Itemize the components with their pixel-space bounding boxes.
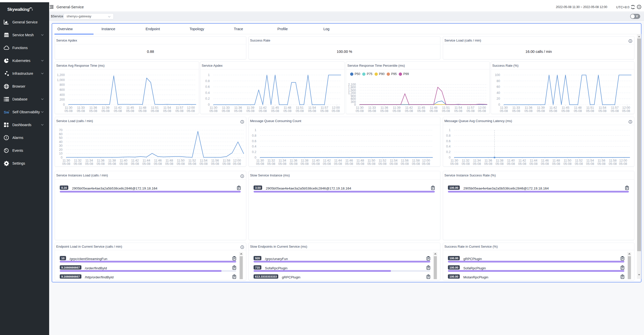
svg-text:05-08: 05-08: [537, 109, 545, 113]
svg-text:0.2: 0.2: [446, 150, 450, 154]
svg-text:05-08: 05-08: [379, 162, 387, 166]
svg-text:05-08: 05-08: [586, 162, 594, 166]
svg-text:12:00: 12:00: [332, 106, 340, 109]
svg-text:11:54: 11:54: [454, 106, 462, 109]
svg-text:11:46: 11:46: [154, 159, 162, 162]
svg-text:05-08: 05-08: [541, 162, 549, 166]
svg-text:11:51: 11:51: [586, 106, 594, 109]
svg-text:11:46: 11:46: [541, 159, 549, 162]
svg-text:11:42: 11:42: [114, 106, 121, 109]
svg-text:11:32: 11:32: [74, 159, 81, 162]
svg-text:11:38: 11:38: [496, 159, 503, 162]
svg-text:1: 1: [208, 73, 210, 77]
svg-text:05-08: 05-08: [188, 162, 196, 166]
svg-text:11:32: 11:32: [267, 159, 275, 162]
svg-text:0.4: 0.4: [205, 91, 210, 95]
svg-text:11:42: 11:42: [549, 106, 557, 109]
svg-text:11:40: 11:40: [507, 159, 515, 162]
svg-text:11:30: 11:30: [356, 106, 363, 109]
svg-text:600: 600: [59, 88, 65, 92]
svg-text:05-08: 05-08: [462, 162, 470, 166]
svg-text:12:00: 12:00: [187, 106, 195, 109]
svg-text:11:32: 11:32: [462, 159, 469, 162]
svg-text:11:57: 11:57: [467, 106, 474, 109]
svg-text:05-08: 05-08: [233, 162, 241, 166]
svg-text:05-08: 05-08: [525, 109, 533, 113]
svg-text:05-08: 05-08: [356, 162, 364, 166]
svg-text:05-08: 05-08: [108, 162, 116, 166]
svg-text:1: 1: [449, 128, 451, 132]
svg-text:05-08: 05-08: [131, 162, 139, 166]
svg-text:11:57: 11:57: [611, 106, 619, 109]
svg-text:11:48: 11:48: [139, 106, 146, 109]
svg-text:05-08: 05-08: [209, 109, 218, 113]
svg-text:11:51: 11:51: [151, 106, 159, 109]
svg-text:05-08: 05-08: [62, 162, 70, 166]
svg-text:0.8: 0.8: [205, 79, 210, 83]
svg-text:100: 100: [495, 73, 500, 77]
svg-text:05-08: 05-08: [283, 109, 291, 113]
svg-text:05-08: 05-08: [187, 109, 195, 113]
svg-text:11:33: 11:33: [222, 106, 230, 109]
svg-text:11:34: 11:34: [85, 159, 93, 162]
svg-text:05-08: 05-08: [142, 162, 150, 166]
svg-text:05-08: 05-08: [289, 162, 297, 166]
svg-text:11:46: 11:46: [345, 159, 353, 162]
svg-text:05-08: 05-08: [549, 109, 557, 113]
svg-text:11:51: 11:51: [296, 106, 303, 109]
svg-text:05-08: 05-08: [138, 109, 146, 113]
svg-text:11:38: 11:38: [301, 159, 308, 162]
svg-text:11:30: 11:30: [500, 106, 508, 109]
svg-text:05-08: 05-08: [611, 109, 619, 113]
svg-text:200: 200: [59, 98, 65, 101]
svg-text:05-08: 05-08: [267, 162, 275, 166]
svg-text:80: 80: [497, 79, 500, 83]
svg-text:11:45: 11:45: [417, 106, 425, 109]
svg-text:11:33: 11:33: [512, 106, 520, 109]
svg-text:11:45: 11:45: [271, 106, 279, 109]
svg-text:0.8: 0.8: [252, 134, 256, 137]
svg-text:05-08: 05-08: [256, 162, 264, 166]
svg-text:05-08: 05-08: [126, 109, 134, 113]
svg-text:11:56: 11:56: [211, 159, 219, 162]
svg-text:11:54: 11:54: [390, 159, 397, 162]
svg-text:11:44: 11:44: [143, 159, 150, 162]
svg-text:05-08: 05-08: [598, 109, 606, 113]
svg-text:11:39: 11:39: [247, 106, 254, 109]
svg-text:11:39: 11:39: [102, 106, 109, 109]
svg-text:11:48: 11:48: [430, 106, 437, 109]
svg-text:05-08: 05-08: [332, 109, 340, 113]
svg-text:11:30: 11:30: [65, 106, 72, 109]
svg-text:1,000: 1,000: [57, 78, 65, 82]
svg-text:05-08: 05-08: [454, 109, 462, 113]
svg-text:05-08: 05-08: [574, 109, 582, 113]
svg-text:11:51: 11:51: [442, 106, 450, 109]
svg-text:05-08: 05-08: [211, 162, 219, 166]
svg-text:11:54: 11:54: [599, 106, 606, 109]
svg-text:05-08: 05-08: [334, 162, 342, 166]
svg-text:11:34: 11:34: [279, 159, 286, 162]
svg-text:12:00: 12:00: [233, 159, 241, 162]
svg-text:12:00: 12:00: [622, 106, 630, 109]
svg-text:11:36: 11:36: [525, 106, 532, 109]
svg-text:11:36: 11:36: [89, 106, 97, 109]
svg-text:11:56: 11:56: [598, 159, 605, 162]
svg-text:11:40: 11:40: [312, 159, 320, 162]
svg-text:05-08: 05-08: [223, 162, 231, 166]
svg-text:11:44: 11:44: [530, 159, 537, 162]
svg-text:11:42: 11:42: [405, 106, 413, 109]
svg-text:05-08: 05-08: [85, 162, 93, 166]
svg-text:40: 40: [497, 91, 500, 95]
svg-text:11:40: 11:40: [120, 159, 127, 162]
svg-text:11:30: 11:30: [450, 159, 458, 162]
svg-text:05-08: 05-08: [622, 109, 630, 113]
svg-text:05-08: 05-08: [308, 109, 316, 113]
svg-text:05-08: 05-08: [417, 109, 425, 113]
svg-text:12:00: 12:00: [619, 159, 627, 162]
svg-text:05-08: 05-08: [367, 162, 375, 166]
svg-text:11:42: 11:42: [259, 106, 266, 109]
svg-text:0.2: 0.2: [205, 97, 210, 100]
svg-text:05-08: 05-08: [609, 162, 617, 166]
svg-text:11:39: 11:39: [393, 106, 401, 109]
svg-text:05-08: 05-08: [119, 162, 128, 166]
